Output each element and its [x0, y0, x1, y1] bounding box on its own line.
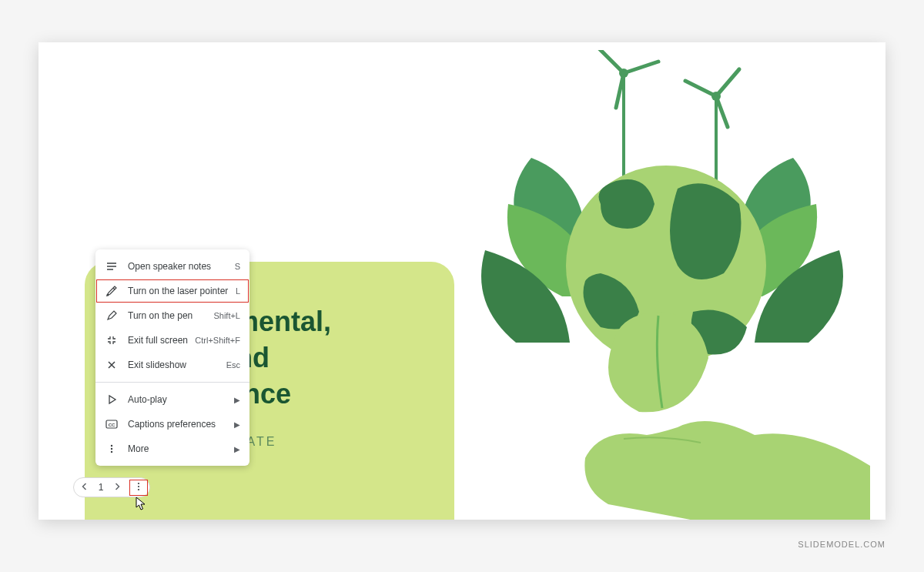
svg-point-17	[138, 482, 139, 483]
svg-point-16	[111, 451, 112, 453]
menu-laser-pointer[interactable]: Turn on the laser pointer L	[95, 279, 249, 303]
menu-captions-preferences[interactable]: CC Captions preferences ▶	[95, 412, 249, 437]
menu-turn-on-pen[interactable]: Turn on the pen Shift+L	[95, 303, 249, 328]
menu-shortcut: Shift+L	[213, 311, 240, 320]
close-icon	[105, 358, 119, 372]
nav-more-options-button[interactable]	[131, 481, 146, 494]
menu-more[interactable]: More ▶	[95, 437, 249, 461]
menu-open-speaker-notes[interactable]: Open speaker notes S	[95, 254, 249, 279]
svg-line-3	[624, 62, 658, 73]
menu-label: Open speaker notes	[128, 261, 229, 272]
nav-prev-button[interactable]	[77, 482, 92, 493]
more-vertical-icon	[105, 442, 119, 456]
menu-label: Captions preferences	[128, 419, 228, 430]
nav-next-button[interactable]	[109, 482, 125, 493]
svg-point-14	[111, 445, 112, 447]
menu-label: Turn on the laser pointer	[128, 286, 229, 296]
svg-line-7	[685, 81, 716, 96]
menu-exit-fullscreen[interactable]: Exit full screen Ctrl+Shift+F	[95, 328, 249, 353]
chevron-right-icon: ▶	[234, 420, 240, 429]
menu-label: Exit slideshow	[128, 360, 220, 370]
menu-exit-slideshow[interactable]: Exit slideshow Esc	[95, 353, 249, 377]
slide-nav-pill: 1	[73, 477, 150, 497]
svg-line-8	[716, 69, 739, 96]
chevron-right-icon: ▶	[234, 445, 240, 453]
svg-line-9	[716, 96, 728, 127]
svg-point-19	[138, 488, 139, 490]
menu-divider	[95, 382, 249, 383]
cursor-icon	[136, 497, 148, 513]
play-icon	[105, 393, 119, 406]
presenter-options-menu: Open speaker notes S Turn on the laser p…	[95, 249, 249, 466]
nav-page-indicator[interactable]: 1	[99, 482, 104, 493]
watermark-text: SLIDEMODEL.COM	[798, 540, 886, 549]
menu-label: More	[128, 443, 228, 454]
laser-icon	[105, 284, 119, 298]
exit-fullscreen-icon	[105, 333, 119, 347]
cc-icon: CC	[105, 417, 119, 431]
notes-icon	[105, 259, 119, 273]
svg-point-18	[138, 485, 139, 487]
menu-label: Turn on the pen	[128, 310, 207, 321]
menu-label: Auto-play	[128, 394, 228, 405]
chevron-right-icon: ▶	[234, 396, 240, 404]
svg-point-11	[107, 294, 109, 296]
menu-shortcut: L	[236, 286, 240, 296]
eco-illustration	[462, 50, 870, 520]
menu-shortcut: Ctrl+Shift+F	[195, 336, 240, 345]
menu-autoplay[interactable]: Auto-play ▶	[95, 387, 249, 412]
svg-point-15	[111, 448, 112, 450]
menu-shortcut: S	[235, 262, 240, 271]
svg-text:CC: CC	[109, 423, 116, 427]
pen-icon	[105, 309, 119, 323]
svg-line-2	[597, 50, 624, 73]
menu-shortcut: Esc	[226, 360, 240, 370]
menu-label: Exit full screen	[128, 335, 189, 346]
